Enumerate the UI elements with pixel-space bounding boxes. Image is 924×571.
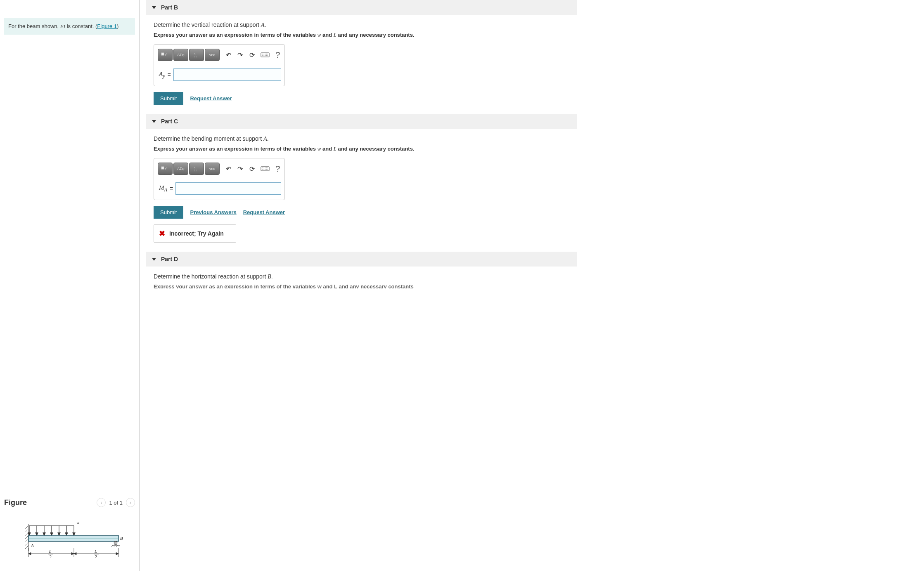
problem-text-pre: For the beam shown, [8,23,60,29]
equals-sign: = [168,71,171,78]
part-c-answer-box: √ ΑΣφ x↑↓ vec ↶ ↷ ⟳ ? MA = [154,158,285,200]
svg-rect-42 [161,53,164,55]
redo-icon[interactable]: ↷ [237,164,244,174]
part-d-question: Determine the horizontal reaction at sup… [154,273,577,280]
keyboard-icon[interactable] [261,164,270,174]
equals-sign: = [170,185,173,192]
part-c-feedback: ✖ Incorrect; Try Again [154,224,236,243]
reset-icon[interactable]: ⟳ [249,164,256,174]
part-b-answer-input[interactable] [173,68,281,81]
part-b-question: Determine the vertical reaction at suppo… [154,21,577,28]
svg-marker-20 [65,533,68,536]
svg-marker-16 [50,533,53,536]
part-b-var-label: Ay [157,71,165,79]
svg-marker-22 [73,533,75,536]
svg-text:x: x [194,166,196,169]
redo-icon[interactable]: ↷ [237,50,244,60]
dim-left-num: L [49,549,52,554]
greek-button[interactable]: ΑΣφ [173,49,188,61]
keyboard-icon[interactable] [261,50,270,60]
figure-title: Figure [4,498,27,507]
svg-rect-46 [261,53,269,57]
svg-point-25 [114,541,117,545]
part-c-var-label: MA [157,184,167,193]
part-c-instruction: Express your answer as an expression in … [154,146,577,152]
undo-icon[interactable]: ↶ [225,164,232,174]
svg-text:↑↓: ↑↓ [194,55,197,58]
vector-button[interactable]: vec [205,163,220,175]
svg-marker-36 [71,552,74,555]
subscript-button[interactable]: x↑↓ [189,49,204,61]
svg-marker-14 [43,533,45,536]
figure-count: 1 of 1 [109,500,123,506]
part-b-submit-button[interactable]: Submit [154,92,183,105]
problem-statement: For the beam shown, EI is constant. (Fig… [4,18,135,35]
part-c-request-answer-link[interactable]: Request Answer [243,209,285,215]
part-b-instruction: Express your answer as an expression in … [154,32,577,38]
greek-button[interactable]: ΑΣφ [173,163,188,175]
svg-rect-53 [261,167,269,171]
svg-line-1 [25,526,28,529]
figure-prev-button[interactable]: ‹ [97,498,106,507]
dim-left-den: 2 [50,554,52,559]
svg-line-2 [25,529,28,532]
svg-line-28 [114,545,115,547]
reset-icon[interactable]: ⟳ [249,50,256,60]
svg-marker-12 [36,533,38,536]
dim-right-num: L [94,549,97,554]
part-b-request-answer-link[interactable]: Request Answer [190,95,232,101]
figure-link[interactable]: Figure 1 [97,23,117,29]
figure-image: w A B [6,517,133,563]
svg-line-30 [118,545,120,547]
svg-line-6 [25,542,28,545]
incorrect-icon: ✖ [159,229,165,238]
svg-line-27 [111,545,113,547]
part-c-question: Determine the bending moment at support … [154,135,577,142]
svg-line-4 [25,536,28,539]
svg-marker-38 [74,552,76,555]
part-c-submit-button[interactable]: Submit [154,206,183,219]
help-icon[interactable]: ? [275,164,282,174]
problem-text-post: ) [117,23,118,29]
svg-text:x: x [194,52,196,55]
svg-line-29 [116,545,118,547]
vector-button[interactable]: vec [205,49,220,61]
part-b-header[interactable]: Part B [146,0,577,15]
caret-down-icon [152,6,156,9]
part-d-instruction-truncated: Express your answer as an expression in … [154,283,577,288]
template-button[interactable]: √ [158,163,173,175]
part-d-header[interactable]: Part D [146,252,577,267]
problem-ei: EI [60,23,65,29]
svg-rect-49 [161,167,164,169]
part-c-title: Part C [161,118,178,125]
svg-text:√: √ [165,53,167,57]
svg-marker-35 [28,552,31,555]
template-button[interactable]: √ [158,49,173,61]
svg-text:↑↓: ↑↓ [194,169,197,172]
problem-text-mid: is constant. ( [65,23,97,29]
svg-line-7 [25,545,28,549]
svg-marker-18 [58,533,60,536]
part-d-title: Part D [161,256,178,262]
part-c-header[interactable]: Part C [146,114,577,129]
caret-down-icon [152,258,156,261]
svg-line-5 [25,539,28,542]
subscript-button[interactable]: x↑↓ [189,163,204,175]
feedback-text: Incorrect; Try Again [169,230,224,237]
support-label-b: B [120,536,123,540]
part-c-previous-answers-link[interactable]: Previous Answers [190,209,236,215]
part-c-answer-input[interactable] [175,182,281,195]
load-label-w: w [76,520,80,525]
svg-text:√: √ [165,167,167,170]
svg-marker-39 [116,552,118,555]
caret-down-icon [152,120,156,123]
help-icon[interactable]: ? [275,50,282,60]
support-label-a: A [31,543,34,548]
dim-right-den: 2 [95,554,97,559]
figure-next-button[interactable]: › [126,498,135,507]
undo-icon[interactable]: ↶ [225,50,232,60]
figure-header: Figure ‹ 1 of 1 › [4,496,135,513]
part-b-answer-box: √ ΑΣφ x↑↓ vec ↶ ↷ ⟳ ? Ay = [154,44,285,86]
part-b-title: Part B [161,4,178,11]
